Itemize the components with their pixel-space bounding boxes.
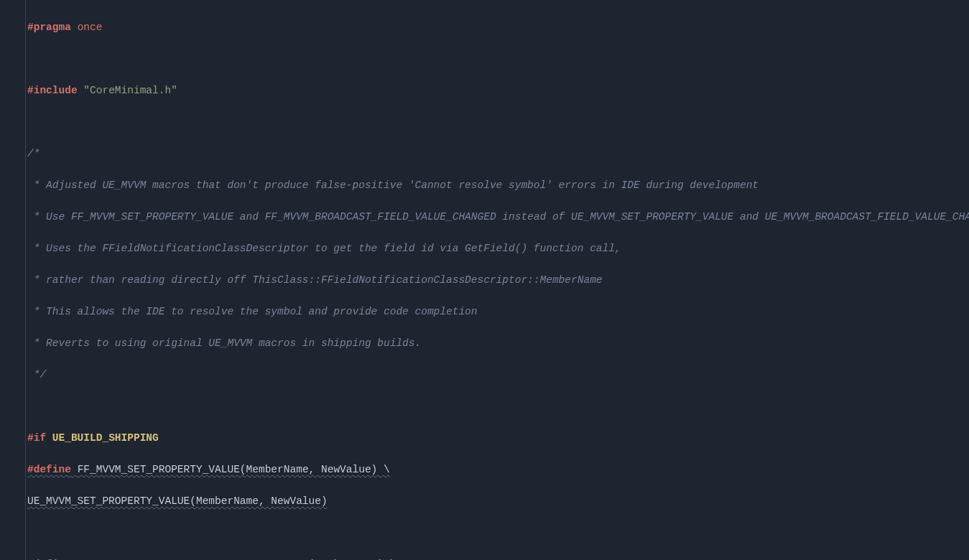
code-line: * Reverts to using original UE_MVVM macr…	[27, 335, 969, 351]
code-line: #define FF_MVVM_BROADCAST_FIELD_VALUE_CH…	[27, 556, 969, 560]
include-header: "CoreMinimal.h"	[83, 85, 177, 96]
code-line: #define FF_MVVM_SET_PROPERTY_VALUE(Membe…	[27, 462, 969, 477]
macro-body: UE_MVVM_SET_PROPERTY_VALUE(MemberName, N…	[27, 495, 328, 507]
code-line: /*	[27, 146, 969, 162]
preproc-include: #include	[27, 85, 78, 96]
code-line: #include "CoreMinimal.h"	[27, 83, 969, 98]
keyword-once: once	[78, 22, 103, 33]
code-line: * Use FF_MVVM_SET_PROPERTY_VALUE and FF_…	[27, 209, 969, 225]
code-line: #if UE_BUILD_SHIPPING	[27, 430, 969, 446]
code-line	[27, 51, 969, 67]
code-line: * Adjusted UE_MVVM macros that don't pro…	[27, 177, 969, 193]
preproc-define: #define	[27, 464, 71, 475]
code-line: #pragma once	[27, 19, 969, 35]
macro-def: FF_MVVM_SET_PROPERTY_VALUE(MemberName, N…	[78, 464, 390, 475]
comment: * Reverts to using original UE_MVVM macr…	[27, 337, 421, 349]
code-line: * Uses the FFieldNotificationClassDescri…	[27, 241, 969, 256]
code-line: * This allows the IDE to resolve the sym…	[27, 304, 969, 319]
code-line	[27, 398, 969, 414]
comment: * rather than reading directly off ThisC…	[27, 274, 603, 286]
preproc-if: #if	[27, 432, 46, 444]
comment: * Uses the FFieldNotificationClassDescri…	[27, 243, 621, 254]
code-line: UE_MVVM_SET_PROPERTY_VALUE(MemberName, N…	[27, 493, 969, 509]
code-line	[27, 114, 969, 130]
comment: * Use FF_MVVM_SET_PROPERTY_VALUE and FF_…	[27, 211, 969, 223]
comment: /*	[27, 148, 40, 159]
comment: * Adjusted UE_MVVM macros that don't pro…	[27, 179, 759, 191]
code-area[interactable]: #pragma once #include "CoreMinimal.h" /*…	[26, 0, 969, 560]
preproc-pragma: #pragma	[27, 22, 71, 33]
comment: * This allows the IDE to resolve the sym…	[27, 306, 478, 317]
code-line	[27, 525, 969, 541]
code-editor[interactable]: #pragma once #include "CoreMinimal.h" /*…	[0, 0, 969, 560]
code-line: * rather than reading directly off ThisC…	[27, 272, 969, 288]
comment: */	[27, 369, 46, 381]
code-line: */	[27, 367, 969, 383]
line-gutter	[0, 0, 26, 560]
macro-ue-build-shipping: UE_BUILD_SHIPPING	[52, 432, 159, 444]
